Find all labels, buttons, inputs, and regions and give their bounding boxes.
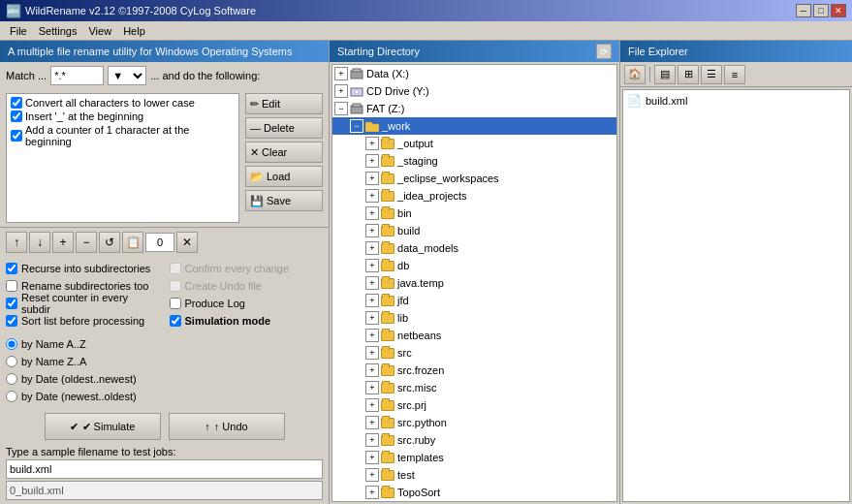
fe-list-button[interactable]: ▤: [654, 65, 676, 84]
tree-node-toposort[interactable]: + TopoSort: [332, 484, 616, 501]
tree-node-jfd[interactable]: + jfd: [332, 292, 616, 309]
expand-src[interactable]: +: [365, 346, 379, 360]
expand-bin[interactable]: +: [365, 206, 379, 220]
tree-node-test[interactable]: + test: [332, 466, 616, 484]
tree-area[interactable]: + Data (X:) + CD Drive (Y:) − FAT (Z:) −…: [331, 64, 617, 502]
tree-node-src-frozen[interactable]: + src.frozen: [332, 362, 616, 379]
tree-node-db[interactable]: + db: [332, 257, 616, 274]
move-up-button[interactable]: ↑: [6, 232, 27, 253]
maximize-button[interactable]: □: [813, 4, 829, 17]
undo-button[interactable]: ↑ ↑ Undo: [169, 413, 285, 440]
expand-lib[interactable]: +: [365, 311, 379, 325]
rule-checkbox-3[interactable]: [11, 130, 22, 142]
tree-node-build[interactable]: + build: [332, 222, 616, 239]
clear-button[interactable]: ✕ Clear: [245, 142, 323, 163]
expand-fat-z[interactable]: −: [334, 102, 348, 115]
match-input[interactable]: [50, 66, 104, 85]
minimize-button[interactable]: ─: [796, 4, 811, 17]
expand-idea[interactable]: +: [365, 189, 379, 203]
recurse-checkbox[interactable]: [6, 263, 17, 274]
expand-data-x[interactable]: +: [334, 67, 348, 80]
sort-name-az-radio[interactable]: [6, 338, 17, 350]
load-button[interactable]: 📂 Load: [245, 166, 323, 187]
menu-view[interactable]: View: [82, 24, 117, 38]
expand-db[interactable]: +: [365, 259, 379, 272]
tree-node-src-ruby[interactable]: + src.ruby: [332, 431, 616, 449]
file-list[interactable]: 📄 build.xml: [622, 89, 850, 502]
tree-node-netbeans[interactable]: + netbeans: [332, 327, 616, 344]
menu-help[interactable]: Help: [117, 24, 151, 38]
sort-date-old-radio[interactable]: [6, 373, 17, 385]
tree-node-idea[interactable]: + _idea_projects: [332, 187, 616, 205]
expand-netbeans[interactable]: +: [365, 329, 379, 342]
sample-input[interactable]: [6, 459, 323, 479]
reset-counter-checkbox[interactable]: [6, 298, 17, 309]
fe-home-button[interactable]: 🏠: [624, 65, 646, 84]
file-item-build-xml[interactable]: 📄 build.xml: [625, 92, 847, 110]
expand-src-misc[interactable]: +: [365, 381, 379, 394]
fe-detail2-button[interactable]: ≡: [724, 65, 745, 84]
refresh-button[interactable]: ⟳: [596, 44, 612, 59]
tree-node-output[interactable]: + _output: [332, 135, 616, 152]
expand-data-models[interactable]: +: [365, 241, 379, 255]
expand-build[interactable]: +: [365, 224, 379, 237]
menu-file[interactable]: File: [4, 24, 33, 38]
save-button[interactable]: 💾 Save: [245, 190, 323, 211]
tree-node-data-models[interactable]: + data_models: [332, 239, 616, 257]
sort-date-new-radio[interactable]: [6, 391, 17, 402]
expand-test[interactable]: +: [365, 468, 379, 482]
tree-node-src-prj[interactable]: + src.prj: [332, 396, 616, 414]
expand-java-temp[interactable]: +: [365, 276, 379, 290]
tree-node-src-python[interactable]: + src.python: [332, 414, 616, 431]
expand-toposort[interactable]: +: [365, 486, 379, 499]
sort-name-za-radio[interactable]: [6, 356, 17, 367]
expand-output[interactable]: +: [365, 137, 379, 150]
tree-node-eclipse[interactable]: + _eclipse_workspaces: [332, 170, 616, 187]
simulation-checkbox[interactable]: [170, 315, 181, 327]
edit-button[interactable]: ✏ Edit: [245, 93, 323, 114]
simulate-button[interactable]: ✔ ✔ Simulate: [45, 413, 161, 440]
expand-work[interactable]: −: [350, 119, 363, 133]
tree-node-zzz[interactable]: + zzz: [332, 501, 616, 502]
counter-input[interactable]: [145, 233, 174, 252]
rename-subdirs-checkbox[interactable]: [6, 280, 17, 292]
tree-node-cd-y[interactable]: + CD Drive (Y:): [332, 82, 616, 100]
expand-cd-y[interactable]: +: [334, 84, 348, 98]
expand-staging[interactable]: +: [365, 154, 379, 168]
expand-jfd[interactable]: +: [365, 294, 379, 307]
remove-button[interactable]: −: [76, 232, 97, 253]
expand-templates[interactable]: +: [365, 451, 379, 464]
tree-node-lib[interactable]: + lib: [332, 309, 616, 327]
tree-node-java-temp[interactable]: + java.temp: [332, 274, 616, 292]
rule-checkbox-1[interactable]: [11, 97, 22, 109]
tree-node-data-x[interactable]: + Data (X:): [332, 65, 616, 82]
expand-src-prj[interactable]: +: [365, 398, 379, 412]
match-dropdown[interactable]: ▼: [108, 66, 146, 85]
sort-list-checkbox[interactable]: [6, 315, 17, 327]
delete-button[interactable]: — Delete: [245, 117, 323, 139]
extra-button[interactable]: ✕: [176, 232, 198, 253]
tree-node-fat-z[interactable]: − FAT (Z:): [332, 100, 616, 117]
menu-settings[interactable]: Settings: [33, 24, 83, 38]
tree-node-src[interactable]: + src: [332, 344, 616, 362]
produce-log-checkbox[interactable]: [170, 298, 181, 309]
tree-node-src-misc[interactable]: + src.misc: [332, 379, 616, 396]
close-button[interactable]: ✕: [831, 4, 846, 17]
fe-detail-button[interactable]: ☰: [701, 65, 722, 84]
expand-eclipse[interactable]: +: [365, 172, 379, 185]
add-button[interactable]: +: [52, 232, 74, 253]
create-undo-checkbox[interactable]: [170, 280, 181, 292]
expand-src-frozen[interactable]: +: [365, 363, 379, 377]
tree-node-work[interactable]: − _work: [332, 117, 616, 135]
move-down-button[interactable]: ↓: [29, 232, 50, 253]
reset-button[interactable]: ↺: [99, 232, 120, 253]
copy-button[interactable]: 📋: [122, 232, 143, 253]
rule-checkbox-2[interactable]: [11, 110, 22, 122]
fe-grid-button[interactable]: ⊞: [678, 65, 699, 84]
expand-src-ruby[interactable]: +: [365, 433, 379, 447]
tree-node-templates[interactable]: + templates: [332, 449, 616, 466]
expand-src-python[interactable]: +: [365, 416, 379, 429]
confirm-change-checkbox[interactable]: [170, 263, 181, 274]
tree-node-bin[interactable]: + bin: [332, 205, 616, 222]
tree-node-staging[interactable]: + _staging: [332, 152, 616, 170]
